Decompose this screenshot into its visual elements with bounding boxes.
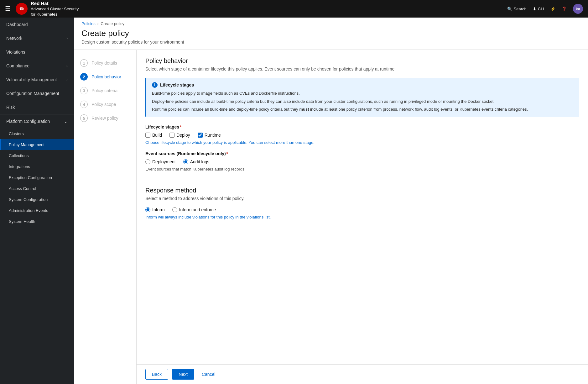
sidebar-sub-item-system-health[interactable]: System Health <box>0 216 74 227</box>
step-1-number: 1 <box>80 59 88 67</box>
step-4-number: 4 <box>80 101 88 108</box>
pulse-icon: ⚡ <box>550 7 555 11</box>
breadcrumb-parent[interactable]: Policies <box>81 21 96 26</box>
sidebar-sub-item-system-config[interactable]: System Configuration <box>0 194 74 205</box>
sidebar-sub-item-clusters[interactable]: Clusters <box>0 128 74 139</box>
inform-enforce-radio[interactable] <box>172 207 177 212</box>
info-icon: i <box>152 82 158 88</box>
sidebar-sub-item-access-control[interactable]: Access Control <box>0 183 74 194</box>
response-radios: Inform Inform and enforce <box>145 207 579 212</box>
step-2[interactable]: 2 Policy behavior <box>74 70 136 84</box>
breadcrumb-current: Create policy <box>101 21 124 26</box>
runtime-label: Runtime <box>205 133 221 138</box>
radio-deployment[interactable]: Deployment <box>145 159 176 164</box>
radio-inform-enforce[interactable]: Inform and enforce <box>172 207 216 212</box>
sidebar-item-violations[interactable]: Violations <box>0 45 74 59</box>
sidebar-item-label: Vulnerability Management <box>6 77 57 82</box>
sidebar-item-label: Configuration Management <box>6 91 59 96</box>
cli-button[interactable]: ⬇ CLI <box>533 7 544 11</box>
info-line-3: Runtime policies can include all build-t… <box>152 106 574 113</box>
sidebar-item-dashboard[interactable]: Dashboard <box>0 18 74 31</box>
step-4[interactable]: 4 Policy scope <box>74 97 136 111</box>
build-checkbox[interactable] <box>145 133 150 138</box>
sidebar-item-label: Dashboard <box>6 22 28 27</box>
deploy-label: Deploy <box>176 133 190 138</box>
response-method-section: Response method Select a method to addre… <box>145 187 579 219</box>
sidebar-item-label: Violations <box>6 50 25 55</box>
sidebar-item-vulnerability[interactable]: Vulnerability Management › <box>0 73 74 87</box>
policy-behavior-title: Policy behavior <box>145 57 579 65</box>
topnav-actions: 🔍 Search ⬇ CLI ⚡ ❓ ka <box>507 4 583 14</box>
step-3[interactable]: 3 Policy criteria <box>74 84 136 97</box>
info-box-title: Lifecycle stages <box>160 82 194 87</box>
download-icon: ⬇ <box>533 7 536 11</box>
info-box-header: i Lifecycle stages <box>152 82 574 88</box>
step-1[interactable]: 1 Policy details <box>74 56 136 70</box>
hamburger-menu-button[interactable]: ☰ <box>5 5 11 13</box>
info-line-2: Deploy-time policies can include all bui… <box>152 98 574 105</box>
sidebar-sub-item-collections[interactable]: Collections <box>0 150 74 161</box>
audit-logs-radio[interactable] <box>183 159 188 164</box>
runtime-checkbox[interactable] <box>198 133 203 138</box>
lifecycle-hint: Choose lifecycle stage to which your pol… <box>145 140 579 145</box>
sidebar-item-configuration[interactable]: Configuration Management <box>0 87 74 100</box>
sidebar-sub-item-admin-events[interactable]: Administration Events <box>0 205 74 216</box>
checkbox-build[interactable]: Build <box>145 133 162 138</box>
event-source-hint: Event sources that match Kubernetes audi… <box>145 167 579 171</box>
audit-logs-label: Audit logs <box>190 159 209 164</box>
breadcrumb-separator: › <box>97 21 99 26</box>
help-button[interactable]: ❓ <box>562 7 567 11</box>
steps-panel: 1 Policy details 2 Policy behavior 3 Pol… <box>74 50 137 384</box>
step-2-label: Policy behavior <box>91 74 121 79</box>
step-5-number: 5 <box>80 114 88 122</box>
content-area: 1 Policy details 2 Policy behavior 3 Pol… <box>74 50 588 384</box>
event-sources-radios: Deployment Audit logs <box>145 159 579 164</box>
info-line-1: Build-time policies apply to image field… <box>152 90 574 97</box>
chevron-right-icon: › <box>66 36 68 40</box>
pulse-icon-button[interactable]: ⚡ <box>550 7 555 11</box>
page-header: Create policy Design custom security pol… <box>74 26 588 50</box>
sidebar-sub-item-integrations[interactable]: Integrations <box>0 161 74 172</box>
deployment-label: Deployment <box>152 159 176 164</box>
section-divider <box>145 179 579 179</box>
user-avatar[interactable]: ka <box>573 4 583 14</box>
checkbox-deploy[interactable]: Deploy <box>169 133 190 138</box>
sidebar-item-label: Risk <box>6 105 15 110</box>
deploy-checkbox[interactable] <box>169 133 174 138</box>
sidebar-item-network[interactable]: Network › <box>0 31 74 45</box>
main-content: Policies › Create policy Create policy D… <box>74 18 588 384</box>
redhat-logo-icon <box>16 3 28 15</box>
inform-label: Inform <box>152 207 165 212</box>
response-method-desc: Select a method to address violations of… <box>145 196 579 201</box>
build-label: Build <box>152 133 162 138</box>
sidebar-item-risk[interactable]: Risk <box>0 100 74 114</box>
form-footer: Back Next Cancel <box>137 364 588 384</box>
inform-radio[interactable] <box>145 207 150 212</box>
top-navigation: ☰ Red Hat Advanced Cluster Security for … <box>0 0 588 18</box>
step-4-label: Policy scope <box>91 102 116 107</box>
radio-inform[interactable]: Inform <box>145 207 165 212</box>
next-button[interactable]: Next <box>172 369 194 380</box>
sidebar-group-label-text: Platform Configuration <box>6 119 50 124</box>
sidebar-item-compliance[interactable]: Compliance › <box>0 59 74 73</box>
cancel-button[interactable]: Cancel <box>198 369 219 379</box>
step-1-label: Policy details <box>91 60 117 66</box>
step-3-number: 3 <box>80 87 88 94</box>
sidebar-group-platform-config[interactable]: Platform Configuration ⌄ <box>0 114 74 128</box>
step-3-label: Policy criteria <box>91 88 117 93</box>
page-title: Create policy <box>81 29 580 38</box>
sidebar: Dashboard Network › Violations Complianc… <box>0 18 74 384</box>
checkbox-runtime[interactable]: Runtime <box>198 133 221 138</box>
deployment-radio[interactable] <box>145 159 150 164</box>
help-icon: ❓ <box>562 7 567 11</box>
radio-audit-logs[interactable]: Audit logs <box>183 159 209 164</box>
sidebar-item-label: Compliance <box>6 63 29 68</box>
search-button[interactable]: 🔍 Search <box>507 7 527 11</box>
search-icon: 🔍 <box>507 7 512 11</box>
sidebar-sub-item-exception-config[interactable]: Exception Configuration <box>0 172 74 183</box>
sidebar-sub-item-policy-management[interactable]: Policy Management <box>0 139 74 150</box>
main-panel: Policy behavior Select which stage of a … <box>137 50 588 364</box>
back-button[interactable]: Back <box>145 369 168 380</box>
step-5[interactable]: 5 Review policy <box>74 111 136 125</box>
lifecycle-info-box: i Lifecycle stages Build-time policies a… <box>145 78 579 117</box>
